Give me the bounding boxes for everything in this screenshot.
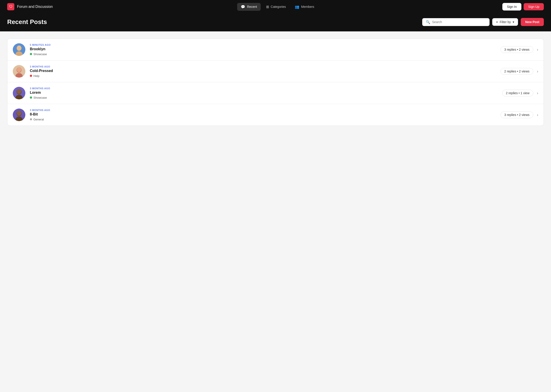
nav-label-categories: Categories (271, 5, 286, 8)
post-stats: 2 replies • 2 views (501, 68, 533, 75)
post-content: 3 MONTHS AGO 8-Bit General (30, 109, 501, 121)
filter-button[interactable]: ≡ Filter by ▾ (492, 18, 518, 26)
category-label: Showcase (33, 96, 47, 99)
post-category: Showcase (30, 96, 502, 99)
post-title: Lorem (30, 91, 502, 95)
nav-item-recent[interactable]: 💬 Recent (237, 3, 261, 11)
category-label: General (33, 118, 44, 121)
search-input[interactable] (432, 20, 486, 24)
header-left: 🗨 Forum and Discussion (7, 3, 53, 10)
category-dot (30, 75, 32, 77)
nav-label-members: Members (301, 5, 314, 8)
logo-icon: 🗨 (7, 3, 14, 10)
app-title: Forum and Discussion (17, 5, 53, 9)
nav-item-categories[interactable]: ⊞ Categories (262, 3, 290, 11)
post-meta: 2 replies • 2 views (501, 68, 533, 75)
sign-up-button[interactable]: Sign Up (524, 3, 544, 10)
post-content: 5 MINUTES AGO Brooklyn Showcase (30, 43, 501, 56)
search-box: 🔍 (422, 18, 489, 26)
post-item[interactable]: 3 MONTHS AGO 8-Bit General 3 replies • 2… (7, 104, 544, 126)
category-dot (30, 53, 32, 55)
post-category: Showcase (30, 52, 501, 56)
new-post-button[interactable]: New Post (521, 18, 544, 26)
post-title: Cold-Pressed (30, 69, 501, 73)
svg-point-3 (17, 46, 21, 50)
post-avatar (13, 43, 25, 56)
posts-list: 5 MINUTES AGO Brooklyn Showcase 3 replie… (7, 39, 544, 126)
sign-in-button[interactable]: Sign In (502, 3, 522, 11)
post-time: 5 MINUTES AGO (30, 43, 501, 46)
page-header-controls: 🔍 ≡ Filter by ▾ New Post (422, 18, 544, 26)
post-avatar (13, 65, 25, 77)
post-content: 3 MONTHS AGO Lorem Showcase (30, 87, 502, 99)
filter-label: Filter by (500, 20, 511, 24)
post-meta: 3 replies • 2 views (501, 46, 533, 53)
post-category: Help (30, 74, 501, 77)
category-label: Showcase (33, 52, 47, 56)
recent-icon: 💬 (241, 5, 245, 9)
post-item[interactable]: 3 MONTHS AGO Lorem Showcase 2 replies • … (7, 82, 544, 104)
post-content: 3 MONTHS AGO Cold-Pressed Help (30, 65, 501, 77)
filter-icon: ≡ (496, 20, 498, 24)
chevron-right-icon: › (537, 47, 538, 52)
post-avatar (13, 109, 25, 121)
post-meta: 2 replies • 1 view (502, 90, 533, 96)
header-nav: 💬 Recent ⊞ Categories 👥 Members (237, 3, 318, 11)
post-title: 8-Bit (30, 112, 501, 116)
post-time: 3 MONTHS AGO (30, 87, 502, 90)
chevron-down-icon: ▾ (513, 20, 514, 24)
search-icon: 🔍 (426, 20, 430, 24)
category-dot (30, 118, 32, 120)
svg-point-7 (17, 67, 21, 72)
post-stats: 3 replies • 2 views (501, 46, 533, 53)
categories-icon: ⊞ (266, 5, 269, 9)
svg-point-15 (17, 111, 21, 116)
post-avatar (13, 87, 25, 99)
post-item[interactable]: 5 MINUTES AGO Brooklyn Showcase 3 replie… (7, 39, 544, 61)
page-header: Recent Posts 🔍 ≡ Filter by ▾ New Post (0, 14, 551, 31)
header: 🗨 Forum and Discussion 💬 Recent ⊞ Catego… (0, 0, 551, 14)
svg-point-11 (17, 89, 21, 94)
post-item[interactable]: 3 MONTHS AGO Cold-Pressed Help 2 replies… (7, 61, 544, 82)
post-time: 3 MONTHS AGO (30, 109, 501, 112)
post-title: Brooklyn (30, 47, 501, 51)
chevron-right-icon: › (537, 91, 538, 96)
post-stats: 2 replies • 1 view (502, 90, 533, 96)
header-right: Sign In Sign Up (502, 3, 544, 11)
post-time: 3 MONTHS AGO (30, 65, 501, 68)
category-dot (30, 96, 32, 99)
chevron-right-icon: › (537, 112, 538, 117)
category-label: Help (33, 74, 40, 77)
page-title: Recent Posts (7, 18, 47, 26)
nav-label-recent: Recent (247, 5, 257, 8)
nav-item-members[interactable]: 👥 Members (291, 3, 318, 11)
chevron-right-icon: › (537, 69, 538, 74)
post-stats: 3 replies • 2 views (501, 112, 533, 118)
members-icon: 👥 (295, 5, 299, 9)
main-content: 5 MINUTES AGO Brooklyn Showcase 3 replie… (0, 31, 551, 133)
post-meta: 3 replies • 2 views (501, 112, 533, 118)
post-category: General (30, 118, 501, 121)
